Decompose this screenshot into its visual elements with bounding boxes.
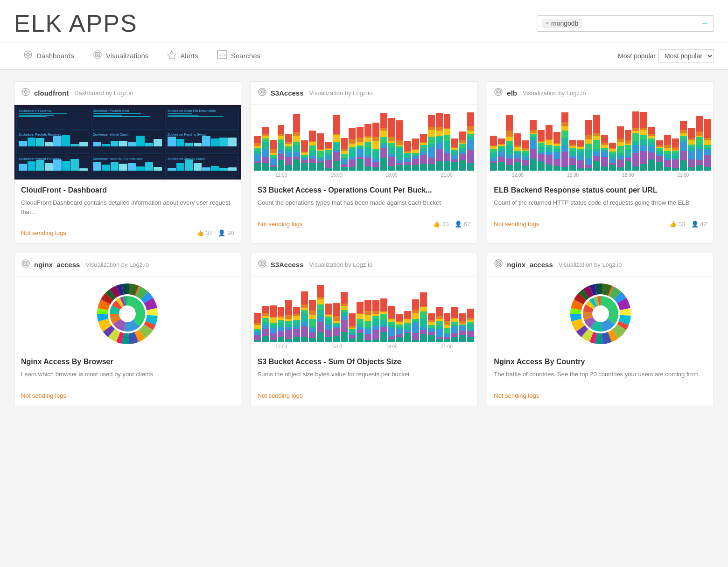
users-icon: 👤	[691, 221, 699, 228]
header: ELK APPS × mongodb →	[0, 0, 728, 42]
card-footer: Not sending logs	[487, 392, 714, 406]
svg-point-24	[23, 261, 28, 266]
nav-visualizations-label: Visualizations	[106, 52, 148, 60]
card-elb[interactable]: elbVisualization by Logz.io12:0015:0018:…	[487, 81, 714, 243]
card-header: nginx_accessVisualization by Logz.io	[487, 253, 714, 277]
svg-point-22	[497, 91, 499, 93]
card-header-sub: Visualization by Logz.io	[309, 90, 373, 97]
users-icon: 👤	[455, 221, 462, 228]
card-header-sub: Visualization by Logz.io	[559, 261, 622, 268]
card-description: Learn which browser is most used by your…	[21, 370, 234, 379]
card-type-icon	[21, 87, 30, 99]
card-visualization	[14, 277, 241, 351]
nav-dashboards-label: Dashboards	[36, 52, 74, 60]
likes-stat: 👍33	[669, 221, 685, 228]
search-input[interactable]	[586, 20, 697, 27]
nav: Dashboards Visualizations Alerts	[0, 42, 728, 70]
card-header-sub: Dashboard by Logz.io	[74, 90, 133, 97]
card-cloudfront[interactable]: cloudfrontDashboard by Logz.ioZookeeper …	[14, 81, 241, 243]
card-stats: 👍33👤67	[433, 221, 470, 228]
users-count: 42	[700, 221, 707, 228]
not-sending-status[interactable]: Not sending logs	[258, 392, 303, 399]
card-body: S3 Bucket Access - Operations Count Per …	[251, 180, 477, 221]
svg-point-8	[97, 54, 98, 55]
app-title: ELK APPS	[14, 9, 138, 37]
nav-left: Dashboards Visualizations Alerts	[14, 42, 270, 69]
svg-point-12	[24, 90, 27, 93]
card-stats: 👍37👤90	[196, 229, 234, 236]
card-source-name: nginx_access	[507, 261, 553, 269]
remove-tag-button[interactable]: ×	[546, 20, 549, 27]
search-submit-button[interactable]: →	[700, 19, 709, 28]
card-footer: Not sending logs	[251, 392, 477, 406]
card-nginx-access-1[interactable]: nginx_accessVisualization by Logz.ioNgin…	[14, 253, 241, 406]
users-stat: 👤67	[455, 221, 470, 228]
card-body: ELB Backend Response status count per UR…	[487, 180, 714, 221]
card-title: S3 Bucket Access - Operations Count Per …	[258, 186, 471, 194]
card-type-icon	[494, 259, 503, 270]
thumbs-up-icon: 👍	[669, 221, 677, 228]
search-bar[interactable]: × mongodb →	[537, 15, 714, 32]
nav-alerts-label: Alerts	[180, 52, 198, 60]
not-sending-status[interactable]: Not sending logs	[494, 392, 539, 399]
card-source-name: S3Access	[271, 261, 304, 269]
sort-select[interactable]: Most popular Newest Alphabetical	[658, 49, 714, 62]
thumbs-up-icon: 👍	[433, 221, 440, 228]
svg-point-30	[496, 261, 501, 266]
card-visualization: 12:0015:0018:0021:00	[251, 277, 477, 351]
card-s3access-1[interactable]: S3AccessVisualization by Logz.io12:0015:…	[251, 81, 478, 243]
not-sending-status[interactable]: Not sending logs	[21, 229, 66, 236]
search-tag[interactable]: × mongodb	[542, 19, 582, 28]
card-type-icon	[494, 87, 503, 99]
card-source-name: nginx_access	[34, 261, 80, 269]
card-visualization	[487, 277, 714, 351]
svg-point-21	[496, 90, 501, 94]
card-body: Nginx Access By CountryThe battle of cou…	[487, 351, 714, 392]
card-header-sub: Visualization by Logz.io	[85, 261, 149, 268]
users-count: 67	[464, 221, 470, 228]
card-nginx-access-2[interactable]: nginx_accessVisualization by Logz.ioNgin…	[487, 253, 714, 406]
card-header-sub: Visualization by Logz.io	[523, 90, 586, 97]
likes-stat: 👍33	[433, 221, 448, 228]
svg-point-25	[25, 263, 27, 264]
card-s3access-2[interactable]: S3AccessVisualization by Logz.io12:0015:…	[251, 253, 478, 406]
card-visualization: 12:0015:0018:0021:00	[487, 105, 714, 180]
visualizations-icon	[93, 50, 102, 62]
not-sending-status[interactable]: Not sending logs	[494, 221, 539, 228]
card-description: The battle of countries. See the top 20 …	[494, 370, 707, 379]
users-stat: 👤90	[218, 229, 234, 236]
svg-point-31	[497, 263, 499, 264]
card-footer: Not sending logs	[14, 392, 241, 406]
dashboard-icon	[23, 50, 33, 62]
card-header-sub: Visualization by Logz.io	[309, 261, 373, 268]
nav-item-alerts[interactable]: Alerts	[158, 42, 207, 69]
card-description: Sums the object size bytes value for req…	[258, 370, 471, 379]
users-icon: 👤	[218, 229, 225, 236]
likes-count: 37	[206, 229, 212, 236]
svg-text:</>: </>	[219, 53, 227, 57]
card-title: Nginx Access By Browser	[21, 358, 234, 366]
search-tag-value: mongodb	[551, 20, 578, 27]
not-sending-status[interactable]: Not sending logs	[21, 392, 66, 399]
searches-icon: </>	[217, 50, 227, 62]
card-title: ELB Backend Response status count per UR…	[494, 186, 707, 194]
svg-point-27	[260, 261, 265, 266]
card-body: CloudFront - DashboardCloudFront Dashboa…	[14, 180, 241, 229]
card-type-icon	[21, 259, 30, 270]
nav-item-visualizations[interactable]: Visualizations	[84, 42, 158, 69]
card-header: cloudfrontDashboard by Logz.io	[14, 82, 241, 105]
svg-point-1	[27, 53, 29, 56]
nav-item-dashboards[interactable]: Dashboards	[14, 42, 84, 69]
card-header: S3AccessVisualization by Logz.io	[251, 82, 477, 105]
card-body: Nginx Access By BrowserLearn which brows…	[14, 351, 241, 392]
card-description: Count of the returned HTTP status code o…	[494, 198, 707, 207]
card-source-name: S3Access	[271, 89, 304, 97]
svg-point-7	[95, 52, 100, 57]
card-type-icon	[258, 87, 267, 99]
nav-right: Most popular Most popular Newest Alphabe…	[618, 49, 714, 62]
not-sending-status[interactable]: Not sending logs	[258, 221, 303, 228]
card-header: elbVisualization by Logz.io	[487, 82, 714, 105]
nav-item-searches[interactable]: </> Searches	[208, 42, 270, 69]
card-footer: Not sending logs👍33👤67	[251, 221, 477, 234]
sort-label: Most popular	[618, 52, 656, 60]
